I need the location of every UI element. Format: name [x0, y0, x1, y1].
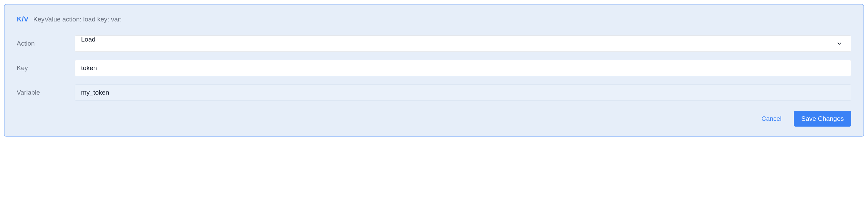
save-button[interactable]: Save Changes: [794, 111, 851, 127]
action-row: Action Load: [17, 35, 851, 52]
variable-row: Variable: [17, 84, 851, 101]
variable-control-wrap: [75, 84, 851, 101]
key-row: Key: [17, 60, 851, 76]
key-control-wrap: [75, 60, 851, 76]
key-label: Key: [17, 64, 75, 72]
card-header: K/V KeyValue action: load key: var:: [17, 15, 851, 23]
variable-input[interactable]: [75, 84, 851, 101]
card-footer: Cancel Save Changes: [17, 111, 851, 127]
key-input[interactable]: [75, 60, 851, 76]
cancel-button[interactable]: Cancel: [760, 112, 783, 126]
kv-badge: K/V: [17, 15, 29, 23]
action-label: Action: [17, 40, 75, 47]
variable-label: Variable: [17, 89, 75, 96]
keyvalue-card: K/V KeyValue action: load key: var: Acti…: [4, 4, 864, 136]
header-description: KeyValue action: load key: var:: [33, 16, 122, 23]
action-select[interactable]: Load: [75, 35, 851, 52]
action-control-wrap: Load: [75, 35, 851, 52]
